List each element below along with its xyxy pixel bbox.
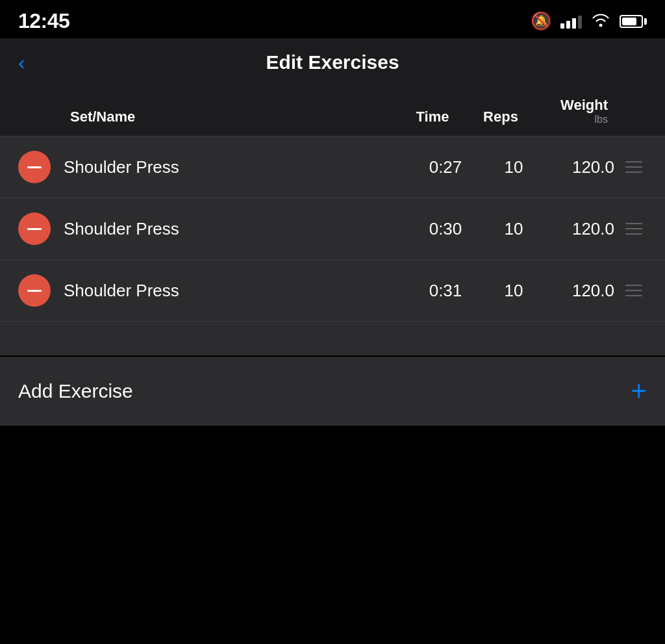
exercise-time-1: 0:27	[407, 157, 484, 177]
exercise-reps-3: 10	[484, 281, 543, 301]
signal-icon	[560, 14, 582, 29]
exercise-name-3: Shoulder Press	[64, 281, 407, 301]
table-row: Shoulder Press 0:30 10 120.0	[0, 198, 665, 260]
status-bar: 12:45 🔕	[0, 0, 665, 38]
status-time: 12:45	[18, 9, 69, 33]
col-weight-unit: lbs	[530, 114, 608, 125]
status-icons: 🔕	[531, 11, 647, 31]
phone-frame: 12:45 🔕	[0, 0, 665, 644]
col-header-name: Set/Name	[18, 109, 394, 125]
add-exercise-label: Add Exercise	[18, 380, 133, 402]
exercise-weight-3: 120.0	[543, 281, 614, 301]
battery-icon	[620, 15, 647, 28]
exercise-list: Shoulder Press 0:27 10 120.0 Shoulder Pr…	[0, 136, 665, 355]
table-header: Set/Name Time Reps Weight lbs	[0, 86, 665, 136]
exercise-weight-1: 120.0	[543, 157, 614, 177]
back-button[interactable]: ‹	[18, 51, 25, 75]
delete-button-3[interactable]	[18, 274, 51, 307]
col-header-time: Time	[394, 109, 471, 125]
bottom-fill	[0, 426, 665, 645]
exercise-name-2: Shoulder Press	[64, 219, 407, 239]
col-header-reps: Reps	[471, 109, 530, 125]
exercise-time-2: 0:30	[407, 219, 484, 239]
wifi-icon	[591, 11, 610, 31]
delete-button-1[interactable]	[18, 151, 51, 183]
page-title: Edit Exercises	[266, 51, 399, 73]
delete-button-2[interactable]	[18, 213, 51, 245]
add-exercise-footer: Add Exercise +	[0, 357, 665, 426]
exercise-reps-1: 10	[484, 157, 543, 177]
add-exercise-button[interactable]: +	[631, 378, 647, 405]
table-row: Shoulder Press 0:31 10 120.0	[0, 260, 665, 322]
col-header-weight: Weight lbs	[530, 97, 614, 125]
drag-handle-2[interactable]	[614, 223, 647, 235]
exercise-weight-2: 120.0	[543, 219, 614, 239]
drag-handle-3[interactable]	[614, 285, 647, 296]
bell-mute-icon: 🔕	[531, 11, 551, 31]
exercise-time-3: 0:31	[407, 281, 484, 301]
table-row: Shoulder Press 0:27 10 120.0	[0, 136, 665, 198]
exercise-reps-2: 10	[484, 219, 543, 239]
drag-handle-1[interactable]	[614, 161, 647, 173]
exercise-name-1: Shoulder Press	[64, 157, 407, 177]
nav-header: ‹ Edit Exercises	[0, 38, 665, 86]
